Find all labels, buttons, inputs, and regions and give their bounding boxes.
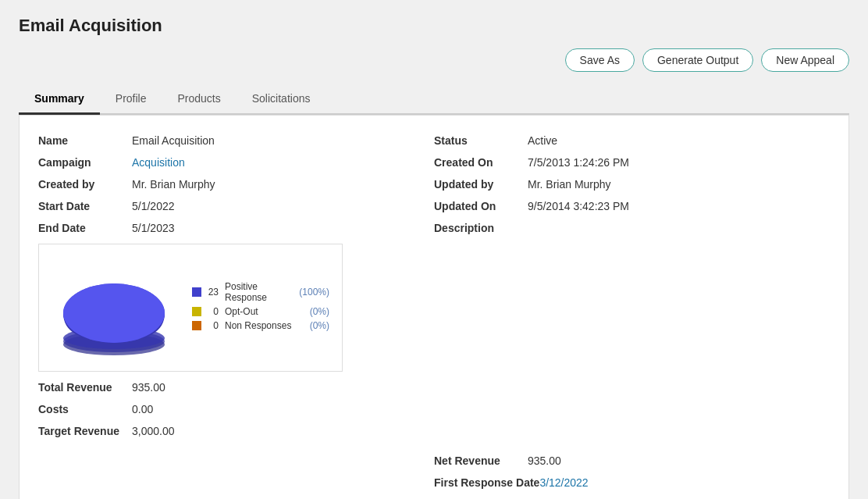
toolbar: Save As Generate Output New Appeal bbox=[19, 48, 849, 72]
legend-label-2: Non Responses bbox=[225, 320, 304, 331]
updated-on-label: Updated On bbox=[434, 200, 528, 212]
first-response-value[interactable]: 3/12/2022 bbox=[539, 476, 588, 489]
campaign-row: Campaign Acquisition bbox=[38, 156, 418, 169]
legend-label-1: Opt-Out bbox=[225, 306, 304, 317]
target-revenue-label: Target Revenue bbox=[38, 425, 132, 437]
end-date-value: 5/1/2023 bbox=[132, 222, 175, 234]
legend-pct-2: (0%) bbox=[310, 320, 329, 331]
created-by-row: Created by Mr. Brian Murphy bbox=[38, 178, 418, 191]
bottom-stats-right: Net Revenue 935.00 First Response Date 3… bbox=[434, 454, 814, 499]
chart-box: 23 Positive Response (100%) 0 Opt-Out (0… bbox=[38, 244, 343, 372]
total-revenue-row: Total Revenue 935.00 bbox=[38, 381, 418, 394]
updated-by-row: Updated by Mr. Brian Murphy bbox=[434, 178, 814, 191]
legend-item-2: 0 Non Responses (0%) bbox=[192, 320, 329, 331]
total-revenue-label: Total Revenue bbox=[38, 381, 132, 394]
start-date-value: 5/1/2022 bbox=[132, 200, 175, 212]
status-label: Status bbox=[434, 134, 528, 147]
page-container: Email Acquisition Save As Generate Outpu… bbox=[0, 0, 868, 499]
name-label: Name bbox=[38, 134, 132, 147]
legend-item-1: 0 Opt-Out (0%) bbox=[192, 306, 329, 317]
created-on-row: Created On 7/5/2013 1:24:26 PM bbox=[434, 156, 814, 169]
tab-solicitations[interactable]: Solicitations bbox=[237, 84, 326, 115]
new-appeal-button[interactable]: New Appeal bbox=[761, 48, 849, 72]
legend-color-1 bbox=[192, 307, 201, 316]
campaign-label: Campaign bbox=[38, 156, 132, 169]
net-revenue-row: Net Revenue 935.00 bbox=[434, 454, 814, 467]
tabs-bar: Summary Profile Products Solicitations bbox=[19, 84, 849, 115]
created-on-value: 7/5/2013 1:24:26 PM bbox=[528, 156, 629, 169]
legend-count-0: 23 bbox=[205, 287, 219, 298]
start-date-row: Start Date 5/1/2022 bbox=[38, 200, 418, 212]
costs-label: Costs bbox=[38, 403, 132, 415]
total-revenue-value: 935.00 bbox=[132, 381, 165, 394]
tab-profile[interactable]: Profile bbox=[100, 84, 162, 115]
net-revenue-value: 935.00 bbox=[528, 454, 561, 467]
target-revenue-value: 3,000.00 bbox=[132, 425, 175, 437]
updated-by-label: Updated by bbox=[434, 178, 528, 191]
info-grid: Name Email Acquisition Campaign Acquisit… bbox=[38, 134, 830, 499]
legend-color-2 bbox=[192, 321, 201, 330]
description-label: Description bbox=[434, 222, 528, 234]
svg-point-4 bbox=[63, 283, 165, 343]
tab-summary[interactable]: Summary bbox=[19, 84, 100, 115]
first-response-label: First Response Date bbox=[434, 476, 539, 489]
legend-label-0: Positive Response bbox=[225, 281, 293, 303]
campaign-value[interactable]: Acquisition bbox=[132, 156, 185, 169]
legend-color-0 bbox=[192, 287, 201, 297]
costs-value: 0.00 bbox=[132, 403, 153, 415]
chart-legend: 23 Positive Response (100%) 0 Opt-Out (0… bbox=[192, 281, 329, 334]
created-by-value: Mr. Brian Murphy bbox=[132, 178, 215, 191]
updated-by-value: Mr. Brian Murphy bbox=[528, 178, 611, 191]
name-row: Name Email Acquisition bbox=[38, 134, 418, 147]
content-area: Name Email Acquisition Campaign Acquisit… bbox=[19, 115, 849, 499]
page-title: Email Acquisition bbox=[19, 16, 849, 36]
costs-row: Costs 0.00 bbox=[38, 403, 418, 415]
name-value: Email Acquisition bbox=[132, 134, 215, 147]
description-row: Description bbox=[434, 222, 814, 234]
legend-pct-0: (100%) bbox=[299, 287, 329, 298]
end-date-label: End Date bbox=[38, 222, 132, 234]
status-row: Status Active bbox=[434, 134, 814, 147]
legend-count-2: 0 bbox=[205, 320, 219, 331]
net-revenue-label: Net Revenue bbox=[434, 454, 528, 467]
updated-on-value: 9/5/2014 3:42:23 PM bbox=[528, 200, 629, 212]
pie-chart bbox=[52, 257, 176, 358]
status-value: Active bbox=[528, 134, 557, 147]
tab-products[interactable]: Products bbox=[162, 84, 237, 115]
target-revenue-row: Target Revenue 3,000.00 bbox=[38, 425, 418, 437]
created-by-label: Created by bbox=[38, 178, 132, 191]
right-col: Status Active Created On 7/5/2013 1:24:2… bbox=[434, 134, 830, 499]
legend-pct-1: (0%) bbox=[310, 306, 329, 317]
generate-output-button[interactable]: Generate Output bbox=[642, 48, 753, 72]
save-as-button[interactable]: Save As bbox=[565, 48, 635, 72]
bottom-stats-left: Total Revenue 935.00 Costs 0.00 Target R… bbox=[38, 381, 418, 437]
end-date-row: End Date 5/1/2023 bbox=[38, 222, 418, 234]
first-response-row: First Response Date 3/12/2022 bbox=[434, 476, 814, 489]
updated-on-row: Updated On 9/5/2014 3:42:23 PM bbox=[434, 200, 814, 212]
legend-count-1: 0 bbox=[205, 306, 219, 317]
start-date-label: Start Date bbox=[38, 200, 132, 212]
created-on-label: Created On bbox=[434, 156, 528, 169]
legend-item-0: 23 Positive Response (100%) bbox=[192, 281, 329, 303]
left-col: Name Email Acquisition Campaign Acquisit… bbox=[38, 134, 434, 499]
